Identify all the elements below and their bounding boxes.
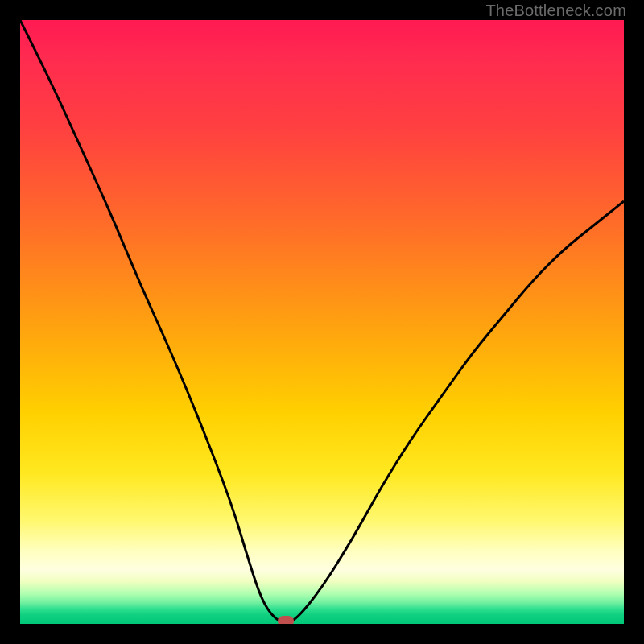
optimal-point-marker xyxy=(278,616,294,624)
watermark-text: TheBottleneck.com xyxy=(485,2,626,20)
bottleneck-curve xyxy=(20,20,624,624)
chart-frame: TheBottleneck.com xyxy=(0,0,644,644)
curve-path xyxy=(20,20,624,622)
plot-area xyxy=(20,20,624,624)
